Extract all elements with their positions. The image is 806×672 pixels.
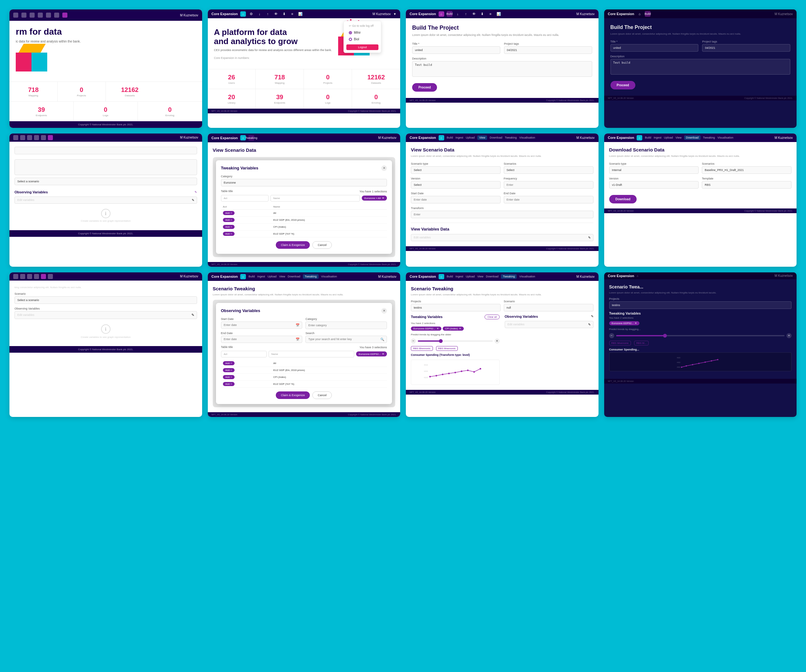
dl-template-input[interactable] bbox=[702, 181, 791, 188]
tags-input[interactable] bbox=[504, 46, 592, 54]
tweaking-nav[interactable]: ≡ bbox=[488, 11, 493, 17]
nav-icon-1[interactable] bbox=[13, 135, 18, 140]
vis-t2-nav[interactable]: Visualisation bbox=[321, 275, 337, 278]
build-nav-icon[interactable]: Build bbox=[447, 11, 453, 17]
trend-slider[interactable]: − + bbox=[411, 338, 500, 343]
scenario-left-select[interactable]: Select a scenario bbox=[15, 296, 197, 304]
upload-view-nav[interactable]: Upload bbox=[466, 136, 475, 139]
slider-dark-plus[interactable]: + bbox=[786, 333, 791, 338]
vis-nav[interactable]: 📊 bbox=[496, 11, 502, 17]
cpi-tag-remove[interactable]: ✕ bbox=[459, 327, 461, 330]
obs-add-euz[interactable]: Add + bbox=[223, 368, 235, 372]
t-nav-4[interactable] bbox=[34, 274, 39, 279]
scenario-type-select[interactable]: Select bbox=[411, 166, 500, 174]
home-download[interactable]: ⌂ bbox=[637, 135, 642, 140]
edit-variables-field[interactable]: Edit variables ✎ bbox=[15, 196, 197, 204]
nav-select-scenario[interactable]: Select a scenario bbox=[15, 178, 197, 185]
view-t2-nav[interactable]: View bbox=[279, 275, 285, 278]
obs-add-gdp[interactable]: Add + bbox=[223, 382, 235, 386]
vis-icon[interactable]: 📊 bbox=[297, 11, 303, 17]
eurozone-tag-remove[interactable]: ✕ bbox=[437, 327, 439, 330]
user-dropdown-trigger[interactable]: ▼ bbox=[393, 12, 396, 16]
scenarios-select[interactable]: Select bbox=[504, 166, 593, 174]
ingest-t2-nav[interactable]: Ingest bbox=[257, 275, 265, 278]
proceed-button-build[interactable]: Proceed bbox=[412, 83, 437, 92]
end-date-input[interactable] bbox=[504, 196, 593, 203]
tags-dark-input[interactable] bbox=[702, 44, 790, 52]
obs-add-cpi[interactable]: Add + bbox=[223, 375, 235, 379]
obs-claim-button[interactable]: Claim & Exogenize bbox=[276, 391, 310, 399]
obs-add-all[interactable]: Add + bbox=[223, 361, 235, 365]
cancel-button-modal[interactable]: Cancel bbox=[312, 241, 332, 249]
logout-button[interactable]: Logout bbox=[346, 45, 378, 50]
upload-tf-nav[interactable]: Upload bbox=[466, 275, 475, 278]
obs-end-input[interactable] bbox=[224, 338, 295, 341]
download-view-nav[interactable]: Download bbox=[490, 136, 502, 139]
tweaking-label-nav[interactable]: Tweaking bbox=[248, 135, 254, 141]
t-nav-2[interactable] bbox=[20, 274, 25, 279]
upload-dl-nav[interactable]: Upload bbox=[664, 136, 673, 139]
build-active-icon[interactable]: ⌂ bbox=[439, 12, 444, 17]
build-t2-nav[interactable]: Build bbox=[248, 275, 255, 278]
title-input[interactable] bbox=[412, 46, 500, 54]
home-dark-icon[interactable]: ⌂ bbox=[637, 11, 642, 17]
slider-thumb[interactable] bbox=[439, 339, 443, 343]
topbar-icon-view[interactable] bbox=[38, 13, 43, 18]
build-dark-nav[interactable]: Build bbox=[645, 11, 651, 17]
ingest-nav[interactable]: ↓ bbox=[455, 11, 461, 17]
dl-version-select[interactable]: v1-Draft bbox=[609, 181, 699, 188]
topbar-icon-vis[interactable] bbox=[62, 13, 68, 18]
edit-variables-view[interactable]: Edit variables ✎ bbox=[411, 234, 593, 241]
slider-dark[interactable]: − + bbox=[609, 333, 792, 338]
add-btn-euz[interactable]: Add + bbox=[223, 218, 235, 222]
t-nav-5[interactable] bbox=[41, 274, 46, 279]
nav-select-1[interactable] bbox=[15, 147, 197, 154]
download-dl-nav[interactable]: Download bbox=[684, 135, 700, 140]
t-nav-1[interactable] bbox=[13, 274, 18, 279]
table-title-name[interactable]: Name bbox=[271, 195, 360, 201]
dropdown-item-mihir[interactable]: Mihir bbox=[346, 29, 378, 36]
category-select[interactable]: Eurozone bbox=[221, 179, 387, 187]
tag-remove[interactable]: ✕ bbox=[382, 196, 385, 200]
obs-modal-close[interactable]: ✕ bbox=[381, 308, 387, 314]
build-dl-nav[interactable]: Build bbox=[645, 136, 651, 139]
upload-icon2[interactable]: ↑ bbox=[265, 11, 271, 17]
dropdown-item-biol[interactable]: Biol bbox=[346, 36, 378, 43]
download-tf-nav[interactable]: Download bbox=[486, 275, 499, 278]
home-view[interactable]: ⌂ bbox=[439, 135, 444, 140]
add-btn-cpi[interactable]: Add + bbox=[223, 225, 235, 229]
slider-dark-minus[interactable]: − bbox=[609, 333, 614, 338]
nav-icon-4[interactable] bbox=[34, 135, 39, 140]
download-nav[interactable]: ⬇ bbox=[479, 11, 485, 17]
nav-icon-5[interactable] bbox=[41, 135, 46, 140]
download-icon[interactable]: ⬇ bbox=[281, 11, 287, 17]
vis-tf-nav[interactable]: Visualisation bbox=[519, 275, 535, 278]
home-dark-icon2[interactable]: ⌂ bbox=[637, 274, 638, 277]
edit-left-icon[interactable]: ✎ bbox=[192, 313, 194, 317]
nav-icon-6[interactable] bbox=[48, 135, 53, 140]
calendar-icon[interactable]: 📅 bbox=[296, 324, 299, 327]
edit-obs-btn[interactable]: ✎ bbox=[588, 323, 591, 326]
upload-nav[interactable]: ↑ bbox=[463, 11, 469, 17]
calendar-end-icon[interactable]: 📅 bbox=[296, 338, 299, 341]
view-icon[interactable]: 👁 bbox=[273, 11, 279, 17]
tweaking-view-nav[interactable]: Tweaking bbox=[505, 136, 517, 139]
obs-category-input[interactable] bbox=[306, 322, 387, 329]
slider-dark-thumb[interactable] bbox=[663, 334, 667, 338]
desc-dark-textarea[interactable]: Test build bbox=[611, 59, 791, 74]
version-select[interactable]: Select bbox=[411, 181, 500, 188]
obs-cancel-button[interactable]: Cancel bbox=[312, 391, 332, 399]
topbar-icon-download[interactable] bbox=[46, 13, 51, 18]
projects-select[interactable]: testins bbox=[411, 304, 500, 311]
add-btn-gdp[interactable]: Add + bbox=[223, 232, 235, 236]
home-icon-active[interactable]: ⌂ bbox=[240, 12, 246, 17]
add-btn-all[interactable]: Add + bbox=[223, 211, 235, 215]
desc-textarea[interactable]: Test build bbox=[412, 61, 592, 77]
t-nav-3[interactable] bbox=[27, 274, 32, 279]
table-title-input[interactable]: Act bbox=[221, 195, 269, 201]
start-date-input[interactable] bbox=[411, 196, 500, 203]
title-dark-input[interactable] bbox=[611, 44, 699, 52]
ingest-dl-nav[interactable]: Ingest bbox=[654, 136, 661, 139]
projects-dark-input[interactable] bbox=[609, 301, 792, 309]
topbar-icon-upload[interactable] bbox=[30, 13, 35, 18]
